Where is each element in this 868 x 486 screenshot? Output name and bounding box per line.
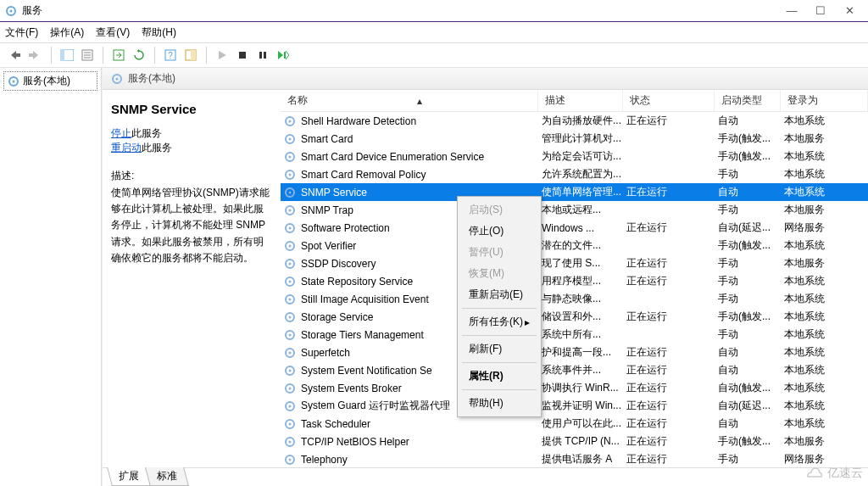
table-row[interactable]: System Event Notification Se系统事件并...正在运行… (281, 361, 868, 379)
column-startup-type[interactable]: 启动类型 (715, 90, 781, 111)
svg-rect-17 (264, 52, 266, 59)
cell-description: 管理此计算机对... (538, 131, 623, 146)
context-menu-item[interactable]: 刷新(F) (460, 338, 538, 360)
table-row[interactable]: Software ProtectionWindows ...正在运行自动(延迟.… (281, 219, 868, 237)
column-logon-as[interactable]: 登录为 (781, 90, 868, 111)
table-row[interactable]: Task Scheduler使用户可以在此...正在运行自动本地系统 (281, 415, 868, 433)
start-service-button[interactable] (213, 46, 231, 64)
svg-point-54 (289, 387, 292, 389)
cell-description: 提供电话服务 A (538, 452, 623, 466)
cell-logon-as: 本地服务 (781, 434, 868, 449)
cell-description: 系统事件并... (538, 363, 623, 377)
gear-icon (284, 347, 296, 359)
gear-icon (284, 151, 296, 163)
menu-view[interactable]: 查看(V) (96, 25, 130, 40)
help-button[interactable]: ? (161, 46, 180, 64)
cell-logon-as: 本地系统 (781, 149, 868, 164)
export-button[interactable] (109, 46, 128, 64)
table-row[interactable]: Smart Card管理此计算机对...手动(触发...本地服务 (281, 130, 868, 148)
filter-button[interactable] (181, 46, 200, 64)
table-row[interactable]: System Events Broker协调执行 WinR...正在运行自动(触… (281, 379, 868, 397)
table-row[interactable]: System Guard 运行时监视器代理监视并证明 Win...正在运行自动(… (281, 397, 868, 415)
stop-service-button[interactable] (233, 46, 252, 64)
pause-service-button[interactable] (253, 46, 272, 64)
close-button[interactable]: ✕ (836, 3, 863, 20)
cell-description: 协调执行 WinR... (538, 381, 623, 395)
cell-logon-as: 本地系统 (781, 292, 868, 306)
svg-point-42 (289, 280, 292, 282)
gear-icon (284, 169, 296, 181)
sort-indicator-icon: ▴ (417, 95, 422, 107)
table-row[interactable]: Smart Card Device Enumeration Service为给定… (281, 148, 868, 165)
gear-icon (284, 383, 296, 394)
table-row[interactable]: Smart Card Removal Policy允许系统配置为...手动本地系… (281, 165, 868, 183)
tree-node-services-local[interactable]: 服务(本地) (3, 71, 97, 91)
svg-point-1 (10, 9, 13, 12)
cell-status: 正在运行 (623, 274, 715, 288)
menu-action[interactable]: 操作(A) (50, 25, 84, 40)
stop-service-link[interactable]: 停止 (111, 127, 131, 139)
context-menu-item[interactable]: 属性(R) (460, 366, 538, 387)
svg-point-30 (289, 173, 292, 176)
properties-button[interactable] (78, 46, 97, 64)
tab-extended[interactable]: 扩展 (107, 467, 151, 486)
maximize-button[interactable]: ☐ (807, 3, 834, 20)
window-title: 服务 (22, 3, 776, 18)
cell-startup-type: 手动 (715, 292, 781, 306)
show-hide-tree-button[interactable] (58, 46, 76, 64)
table-row[interactable]: Still Image Acquisition Event与静态映像...手动本… (281, 290, 868, 308)
cell-status: 正在运行 (623, 221, 715, 235)
cell-description: Windows ... (538, 222, 623, 234)
cell-logon-as: 本地服务 (781, 256, 868, 271)
forward-button[interactable] (26, 46, 45, 64)
tab-standard[interactable]: 标准 (145, 467, 189, 486)
cell-description: 护和提高一段... (538, 345, 623, 360)
context-menu-item: 恢复(M) (460, 263, 538, 284)
context-menu-item[interactable]: 重新启动(E) (460, 284, 538, 305)
svg-point-52 (289, 369, 292, 371)
context-menu-item[interactable]: 所有任务(K)▸ (460, 311, 538, 332)
restart-service-button[interactable] (274, 46, 292, 64)
column-name[interactable]: 名称▴ (281, 90, 538, 111)
svg-point-44 (289, 298, 292, 300)
table-row[interactable]: Storage Tiers Management系统中所有...手动本地系统 (281, 326, 868, 344)
gear-icon (284, 454, 296, 466)
cell-name: TCP/IP NetBIOS Helper (298, 436, 538, 448)
table-row[interactable]: Storage Service储设置和外...正在运行手动(触发...本地系统 (281, 308, 868, 326)
table-row[interactable]: SSDP Discovery现了使用 S...正在运行手动本地服务 (281, 254, 868, 272)
context-menu-item[interactable]: 帮助(H) (460, 393, 538, 414)
svg-point-24 (289, 120, 292, 122)
menu-help[interactable]: 帮助(H) (142, 25, 176, 40)
cell-description: 提供 TCP/IP (N... (538, 434, 623, 449)
back-button[interactable] (6, 46, 25, 64)
menu-file[interactable]: 文件(F) (5, 25, 38, 40)
svg-rect-2 (16, 53, 20, 57)
table-row[interactable]: State Repository Service用程序模型...正在运行手动本地… (281, 272, 868, 290)
column-description[interactable]: 描述 (538, 90, 623, 111)
table-row[interactable]: SNMP Service使简单网络管理...正在运行自动本地系统 (281, 183, 868, 201)
info-panel: SNMP Service 停止此服务 重启动此服务 描述: 使简单网络管理协议(… (103, 90, 281, 467)
restart-service-link[interactable]: 重启动 (111, 142, 142, 154)
svg-point-38 (289, 244, 292, 247)
minimize-button[interactable]: — (778, 3, 805, 20)
context-menu-item[interactable]: 停止(O) (460, 221, 538, 242)
cell-status: 正在运行 (623, 345, 715, 360)
gear-icon (284, 365, 296, 377)
table-row[interactable]: TCP/IP NetBIOS Helper提供 TCP/IP (N...正在运行… (281, 433, 868, 450)
svg-point-22 (116, 77, 119, 80)
refresh-button[interactable] (130, 46, 148, 64)
cell-startup-type: 自动 (715, 114, 781, 128)
table-row[interactable]: Telephony提供电话服务 A正在运行手动网络服务 (281, 450, 868, 467)
svg-point-36 (289, 226, 292, 229)
cell-logon-as: 本地系统 (781, 114, 868, 128)
cell-status: 正在运行 (623, 185, 715, 199)
toolbar: ? (0, 42, 868, 68)
svg-point-26 (289, 137, 292, 140)
table-row[interactable]: Shell Hardware Detection为自动播放硬件...正在运行自动… (281, 112, 868, 130)
column-status[interactable]: 状态 (623, 90, 715, 111)
cell-startup-type: 自动 (715, 416, 781, 431)
table-row[interactable]: Spot Verifier潜在的文件...手动(触发...本地系统 (281, 237, 868, 254)
cell-startup-type: 自动 (715, 363, 781, 377)
table-row[interactable]: SNMP Trap本地或远程...手动本地服务 (281, 201, 868, 219)
table-row[interactable]: Superfetch护和提高一段...正在运行自动本地系统 (281, 344, 868, 361)
